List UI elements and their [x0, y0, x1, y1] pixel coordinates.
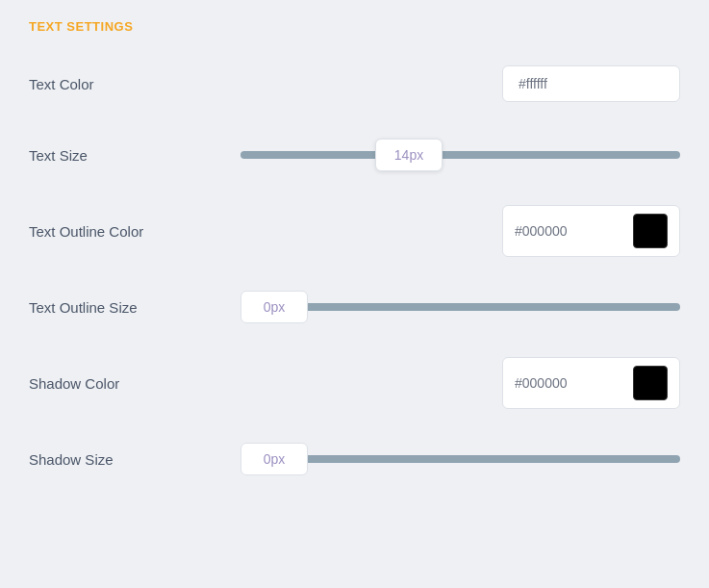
text-outline-size-value[interactable]: 0px — [241, 291, 308, 323]
shadow-size-row: Shadow Size 0px — [29, 438, 680, 480]
section-title: TEXT SETTINGS — [29, 19, 680, 34]
text-color-row: Text Color #ffffff — [29, 63, 680, 105]
text-size-row: Text Size 14px — [29, 134, 680, 176]
shadow-color-swatch[interactable] — [633, 366, 668, 400]
text-outline-size-track — [304, 303, 680, 311]
text-outline-color-label: Text Outline Color — [29, 223, 241, 240]
shadow-color-input[interactable]: #000000 — [502, 357, 680, 409]
text-size-value[interactable]: 14px — [375, 139, 443, 171]
text-outline-size-control: 0px — [241, 291, 680, 323]
shadow-color-label: Shadow Color — [29, 375, 241, 392]
text-outline-color-row: Text Outline Color #000000 — [29, 205, 680, 257]
text-outline-size-label: Text Outline Size — [29, 299, 241, 316]
text-color-label: Text Color — [29, 76, 241, 92]
shadow-size-track — [304, 455, 680, 463]
text-outline-color-control: #000000 — [241, 205, 680, 257]
shadow-size-label: Shadow Size — [29, 451, 241, 468]
text-size-control: 14px — [241, 134, 680, 176]
shadow-size-control: 0px — [241, 443, 680, 475]
text-size-track-right — [443, 151, 680, 159]
shadow-color-row: Shadow Color #000000 — [29, 357, 680, 409]
text-size-label: Text Size — [29, 147, 241, 164]
text-size-track-left — [241, 151, 375, 159]
text-outline-color-value: #000000 — [515, 223, 633, 239]
text-outline-color-swatch[interactable] — [633, 214, 668, 248]
shadow-color-value: #000000 — [515, 375, 633, 391]
text-outline-size-row: Text Outline Size 0px — [29, 286, 680, 328]
shadow-size-value[interactable]: 0px — [241, 443, 308, 475]
text-color-control: #ffffff — [241, 65, 680, 102]
text-color-input[interactable]: #ffffff — [502, 65, 680, 102]
shadow-color-control: #000000 — [241, 357, 680, 409]
text-outline-color-input[interactable]: #000000 — [502, 205, 680, 257]
